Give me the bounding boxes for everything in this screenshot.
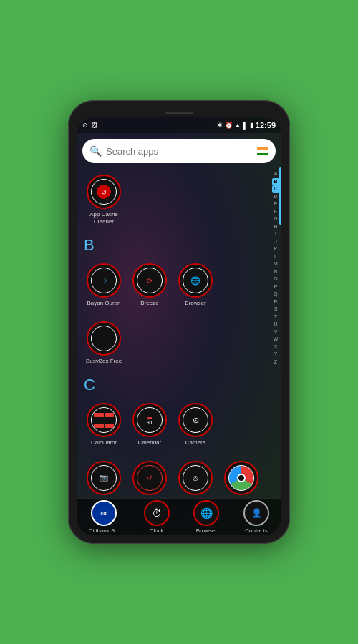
alphabet-sidebar: A B C D E F G H I J K L M N O P Q R S T: [270, 167, 281, 498]
image-icon: 🖼: [91, 122, 97, 129]
section-header-b: B: [77, 232, 268, 256]
browser-icon: 🌐: [178, 263, 213, 298]
list-item[interactable]: ↺ Camera360: [127, 457, 173, 498]
alpha-c[interactable]: C: [272, 185, 279, 193]
phone-device: ⊙ 🖼 ✶ ⏰ ▲ ▌ ▮ 12:59 🔍: [68, 100, 290, 544]
list-item[interactable]: 🌐 Browser: [173, 259, 218, 311]
section-a-apps: ↺ App Cache Cleaner: [77, 167, 268, 232]
busybox-icon: [87, 321, 121, 356]
bluetooth-icon: ✶: [217, 122, 223, 129]
app-cache-cleaner-label: App Cache Cleaner: [82, 211, 125, 225]
section-header-c: C: [77, 371, 268, 396]
alpha-m[interactable]: M: [274, 260, 278, 268]
status-bar: ⊙ 🖼 ✶ ⏰ ▲ ▌ ▮ 12:59: [77, 117, 281, 133]
list-item[interactable]: ↺ App Cache Cleaner: [81, 170, 127, 229]
battery-icon: ▮: [250, 122, 253, 129]
dock-contacts-label: Contacts: [245, 527, 268, 534]
alpha-h[interactable]: H: [274, 223, 277, 231]
alpha-t[interactable]: T: [274, 313, 277, 321]
phone-top: [77, 109, 281, 117]
alpha-e[interactable]: E: [274, 200, 278, 208]
alpha-f[interactable]: F: [274, 208, 277, 216]
dock-clock[interactable]: ⏱ Clock: [144, 500, 170, 534]
search-input[interactable]: [106, 146, 257, 157]
section-c-row2: 📷 Camera ↺: [77, 454, 268, 498]
dock-browser-label: Browser: [196, 527, 217, 534]
alpha-u[interactable]: U: [274, 321, 277, 328]
alpha-r[interactable]: R: [274, 298, 277, 306]
list-item[interactable]: Calculator: [81, 399, 127, 451]
camera-icon: ⊙: [178, 403, 213, 437]
list-item[interactable]: 📷 Camera: [81, 457, 127, 498]
app-list: ↺ App Cache Cleaner B ☽: [77, 167, 281, 498]
dock-citibank-icon: citi: [91, 500, 117, 526]
dock-citibank-label: Citibank S...: [89, 527, 120, 534]
carousell-label: Carousell: [183, 497, 208, 498]
alpha-p[interactable]: P: [274, 283, 278, 291]
section-b-apps: ☽ Bayan Quran ⟳ Br: [77, 256, 268, 314]
camera-label: Camera: [185, 439, 205, 447]
alpha-v[interactable]: V: [274, 328, 278, 336]
dock-clock-icon: ⏱: [144, 500, 170, 526]
list-item[interactable]: ▬ 31 Calendar: [127, 399, 173, 451]
search-icon: 🔍: [90, 145, 102, 157]
alpha-g[interactable]: G: [274, 215, 277, 223]
phone-screen: ⊙ 🖼 ✶ ⏰ ▲ ▌ ▮ 12:59 🔍: [77, 117, 281, 535]
bottom-dock: citi Citibank S... ⏱ Clock 🌐 Browser 👤: [77, 498, 281, 535]
busybox-row: BusyBox Free: [77, 314, 268, 372]
list-item[interactable]: ◎ Carousell: [173, 457, 218, 498]
search-bar[interactable]: 🔍: [82, 139, 276, 163]
calculator-label: Calculator: [91, 439, 117, 447]
carousell-icon: ◎: [178, 461, 213, 495]
alpha-q[interactable]: Q: [274, 291, 277, 298]
alpha-i[interactable]: I: [275, 230, 276, 238]
alpha-y[interactable]: Y: [274, 351, 278, 358]
list-item[interactable]: Chrome: [218, 457, 264, 498]
calendar-icon: ▬ 31: [132, 403, 167, 437]
chrome-icon: [224, 461, 258, 495]
phone-speaker: [165, 112, 193, 114]
alpha-o[interactable]: O: [274, 275, 277, 283]
alpha-s[interactable]: S: [274, 306, 278, 313]
dock-clock-label: Clock: [150, 527, 164, 534]
scroll-indicator: [279, 167, 281, 225]
browser-label: Browser: [185, 300, 205, 307]
breeze-icon: ⟳: [132, 263, 167, 298]
alpha-x[interactable]: X: [274, 343, 278, 351]
app-cache-cleaner-icon: ↺: [87, 175, 121, 209]
alpha-w[interactable]: W: [274, 336, 279, 343]
flag-icon: [257, 147, 268, 155]
list-item[interactable]: ⟳ Breeze: [127, 259, 173, 311]
whatsapp-icon: ⊙: [82, 122, 88, 129]
dock-contacts[interactable]: 👤 Contacts: [243, 500, 269, 534]
status-time: 12:59: [256, 121, 276, 130]
status-left-icons: ⊙ 🖼: [82, 122, 97, 129]
chrome-label: Chrome: [231, 497, 251, 498]
calendar-label: Calendar: [138, 439, 161, 447]
list-item[interactable]: BusyBox Free: [81, 317, 127, 369]
status-right-icons: ✶ ⏰ ▲ ▌ ▮ 12:59: [217, 121, 276, 130]
alarm-icon: ⏰: [225, 122, 233, 129]
alpha-d[interactable]: D: [274, 193, 277, 201]
bayan-quran-icon: ☽: [87, 263, 121, 298]
dock-browser[interactable]: 🌐 Browser: [193, 500, 219, 534]
breeze-label: Breeze: [140, 300, 158, 307]
app-cache-cleaner-icon-wrapper: ↺: [87, 175, 121, 209]
dock-browser-icon: 🌐: [193, 500, 219, 526]
camera2-icon: 📷: [87, 461, 121, 495]
dock-citibank[interactable]: citi Citibank S...: [89, 500, 120, 534]
calculator-icon: [87, 403, 121, 437]
alpha-a[interactable]: A: [274, 170, 278, 178]
alpha-k[interactable]: K: [274, 245, 278, 253]
list-item[interactable]: ⊙ Camera: [173, 399, 218, 451]
alpha-b[interactable]: B: [272, 178, 279, 186]
alpha-z[interactable]: Z: [274, 358, 277, 366]
alpha-l[interactable]: L: [274, 253, 277, 261]
signal-icon: ▌: [243, 122, 247, 129]
alpha-j[interactable]: J: [274, 238, 277, 246]
alpha-n[interactable]: N: [274, 268, 277, 276]
camera360-label: Camera360: [135, 497, 165, 498]
dock-contacts-icon: 👤: [243, 500, 269, 526]
wifi-icon: ▲: [235, 122, 241, 129]
list-item[interactable]: ☽ Bayan Quran: [81, 259, 127, 311]
